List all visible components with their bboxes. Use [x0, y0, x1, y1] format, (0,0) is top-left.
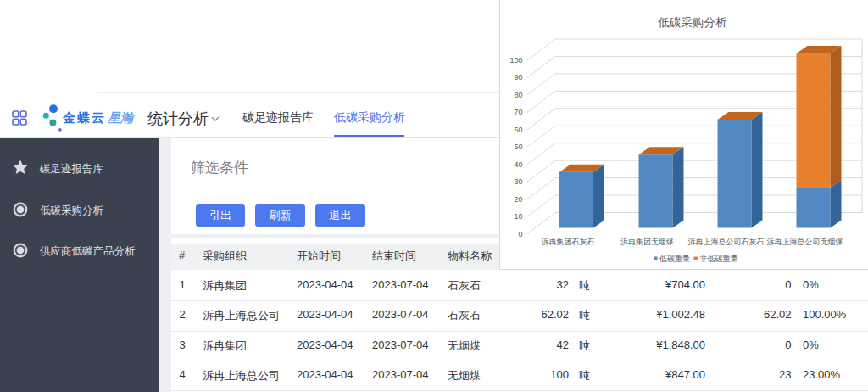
svg-text:70: 70	[514, 108, 522, 116]
svg-text:90: 90	[514, 73, 522, 81]
svg-text:泝冉集团石灰石: 泝冉集团石灰石	[542, 238, 595, 246]
svg-text:60: 60	[514, 126, 522, 134]
svg-text:30: 30	[514, 177, 522, 186]
svg-text:低碳采购分析: 低碳采购分析	[658, 16, 728, 29]
svg-text:0: 0	[518, 230, 522, 238]
svg-text:40: 40	[514, 160, 522, 169]
svg-text:100: 100	[509, 56, 522, 64]
svg-text:20: 20	[514, 195, 522, 204]
svg-text:10: 10	[514, 212, 522, 221]
svg-text:低碳重量: 低碳重量	[659, 255, 690, 263]
svg-text:50: 50	[514, 143, 522, 151]
svg-text:泝冉集团无烟煤: 泝冉集团无烟煤	[620, 238, 674, 246]
svg-text:80: 80	[514, 91, 522, 99]
svg-text:泝冉上海总公司无烟煤: 泝冉上海总公司无烟煤	[767, 238, 843, 246]
svg-text:非低碳重量: 非低碳重量	[700, 255, 738, 263]
svg-text:泝冉上海总公司石灰石: 泝冉上海总公司石灰石	[688, 238, 765, 246]
